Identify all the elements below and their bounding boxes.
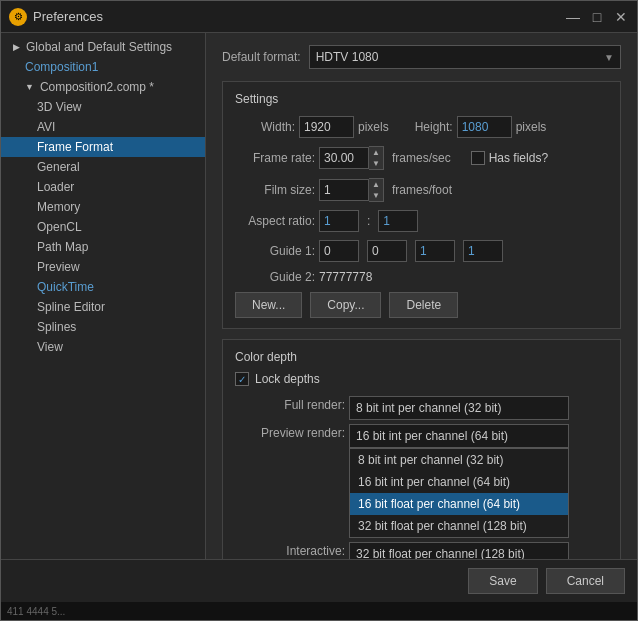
settings-title: Settings	[235, 92, 608, 106]
default-format-row: Default format: HDTV 1080 ▼	[222, 45, 621, 69]
sidebar-item-frameformat[interactable]: Frame Format	[1, 137, 205, 157]
sidebar-item-composition1[interactable]: Composition1	[1, 57, 205, 77]
sidebar-item-memory[interactable]: Memory	[1, 197, 205, 217]
sidebar-item-opencl[interactable]: OpenCL	[1, 217, 205, 237]
aspect-colon: :	[367, 214, 370, 228]
guide1-v4-input[interactable]	[463, 240, 503, 262]
status-text: 411 4444 5...	[7, 606, 65, 617]
filmsize-spinners: ▲ ▼	[369, 178, 384, 202]
color-depth-title: Color depth	[235, 350, 608, 364]
framerate-down-button[interactable]: ▼	[369, 158, 383, 169]
sidebar-item-global[interactable]: ▶ Global and Default Settings	[1, 37, 205, 57]
aspect-val1-input[interactable]	[319, 210, 359, 232]
interactive-row: Interactive: 32 bit float per channel (1…	[235, 542, 608, 559]
dropdown-option-32bit[interactable]: 32 bit float per channel (128 bit)	[350, 515, 568, 537]
guide2-label: Guide 2:	[235, 270, 315, 284]
sidebar-item-label: AVI	[37, 120, 55, 134]
has-fields-label: Has fields?	[489, 151, 548, 165]
filmsize-down-button[interactable]: ▼	[369, 190, 383, 201]
full-render-row: Full render: 8 bit int per channel (32 b…	[235, 396, 608, 420]
sidebar-item-quicktime[interactable]: QuickTime	[1, 277, 205, 297]
delete-button[interactable]: Delete	[389, 292, 458, 318]
width-input[interactable]	[299, 116, 354, 138]
sidebar-item-pathmap[interactable]: Path Map	[1, 237, 205, 257]
pixels-label2: pixels	[516, 120, 547, 134]
aspect-row: Aspect ratio: :	[235, 210, 608, 232]
framerate-spin: ▲ ▼	[319, 146, 384, 170]
close-button[interactable]: ✕	[613, 9, 629, 25]
has-fields-row: Has fields?	[471, 151, 548, 165]
height-label: Height:	[403, 120, 453, 134]
guide1-v1-input[interactable]	[319, 240, 359, 262]
pixels-label1: pixels	[358, 120, 389, 134]
has-fields-checkbox[interactable]	[471, 151, 485, 165]
save-button[interactable]: Save	[468, 568, 537, 594]
main-content: ▶ Global and Default Settings Compositio…	[1, 33, 637, 559]
framerate-up-button[interactable]: ▲	[369, 147, 383, 158]
dropdown-option-8bit[interactable]: 8 bit int per channel (32 bit)	[350, 449, 568, 471]
aspect-label: Aspect ratio:	[235, 214, 315, 228]
frames-foot-label: frames/foot	[392, 183, 452, 197]
default-format-label: Default format:	[222, 50, 301, 64]
sidebar-item-avi[interactable]: AVI	[1, 117, 205, 137]
window-controls: — □ ✕	[565, 9, 629, 25]
sidebar-item-preview[interactable]: Preview	[1, 257, 205, 277]
sidebar-item-label: QuickTime	[37, 280, 94, 294]
sidebar-item-composition2[interactable]: ▼ Composition2.comp *	[1, 77, 205, 97]
action-buttons: New... Copy... Delete	[235, 292, 608, 318]
framerate-input[interactable]	[319, 147, 369, 169]
frames-sec-label: frames/sec	[392, 151, 451, 165]
preview-render-dropdown[interactable]: 16 bit int per channel (64 bit)	[349, 424, 569, 448]
lock-depths-row: Lock depths	[235, 372, 608, 386]
framerate-row: Frame rate: ▲ ▼ frames/sec Has fields?	[235, 146, 608, 170]
guide1-v3-input[interactable]	[415, 240, 455, 262]
filmsize-spin: ▲ ▼	[319, 178, 384, 202]
status-bar: 411 4444 5...	[1, 602, 637, 620]
preview-render-container: 16 bit int per channel (64 bit) 8 bit in…	[349, 424, 569, 538]
lock-depths-checkbox[interactable]	[235, 372, 249, 386]
full-render-value: 8 bit int per channel (32 bit)	[356, 401, 501, 415]
app-icon: ⚙	[9, 8, 27, 26]
guide1-v2-input[interactable]	[367, 240, 407, 262]
new-button[interactable]: New...	[235, 292, 302, 318]
sidebar-item-view[interactable]: View	[1, 337, 205, 357]
filmsize-input[interactable]	[319, 179, 369, 201]
sidebar-item-loader[interactable]: Loader	[1, 177, 205, 197]
sidebar-item-splines[interactable]: Splines	[1, 317, 205, 337]
cancel-button[interactable]: Cancel	[546, 568, 625, 594]
default-format-dropdown[interactable]: HDTV 1080 ▼	[309, 45, 621, 69]
copy-button[interactable]: Copy...	[310, 292, 381, 318]
aspect-val2-input[interactable]	[378, 210, 418, 232]
dropdown-option-16bit-float[interactable]: 16 bit float per channel (64 bit)	[350, 493, 568, 515]
arrow-icon: ▼	[25, 82, 34, 92]
sidebar-item-label: Composition1	[25, 60, 98, 74]
sidebar-item-label: Global and Default Settings	[26, 40, 172, 54]
full-render-dropdown[interactable]: 8 bit int per channel (32 bit)	[349, 396, 569, 420]
sidebar-item-label: Loader	[37, 180, 74, 194]
framerate-spinners: ▲ ▼	[369, 146, 384, 170]
sidebar-item-label: View	[37, 340, 63, 354]
minimize-button[interactable]: —	[565, 9, 581, 25]
sidebar-item-splineeditor[interactable]: Spline Editor	[1, 297, 205, 317]
width-height-row: Width: pixels Height: pixels	[235, 116, 608, 138]
sidebar-item-label: Composition2.comp *	[40, 80, 154, 94]
preview-render-dropdown-list: 8 bit int per channel (32 bit) 16 bit in…	[349, 448, 569, 538]
filmsize-up-button[interactable]: ▲	[369, 179, 383, 190]
window-title: Preferences	[33, 9, 565, 24]
dropdown-option-16bit-int[interactable]: 16 bit int per channel (64 bit)	[350, 471, 568, 493]
height-input[interactable]	[457, 116, 512, 138]
preview-render-row: Preview render: 16 bit int per channel (…	[235, 424, 608, 538]
sidebar-item-3dview[interactable]: 3D View	[1, 97, 205, 117]
filmsize-label: Film size:	[235, 183, 315, 197]
maximize-button[interactable]: □	[589, 9, 605, 25]
interactive-dropdown[interactable]: 32 bit float per channel (128 bit)	[349, 542, 569, 559]
dropdown-value: HDTV 1080	[316, 50, 379, 64]
preview-render-label: Preview render:	[235, 424, 345, 440]
guide2-value: 77777778	[319, 270, 372, 284]
framerate-label: Frame rate:	[235, 151, 315, 165]
sidebar-item-label: General	[37, 160, 80, 174]
sidebar-item-general[interactable]: General	[1, 157, 205, 177]
content-area: Default format: HDTV 1080 ▼ Settings Wid…	[206, 33, 637, 559]
sidebar: ▶ Global and Default Settings Compositio…	[1, 33, 206, 559]
sidebar-item-label: 3D View	[37, 100, 81, 114]
